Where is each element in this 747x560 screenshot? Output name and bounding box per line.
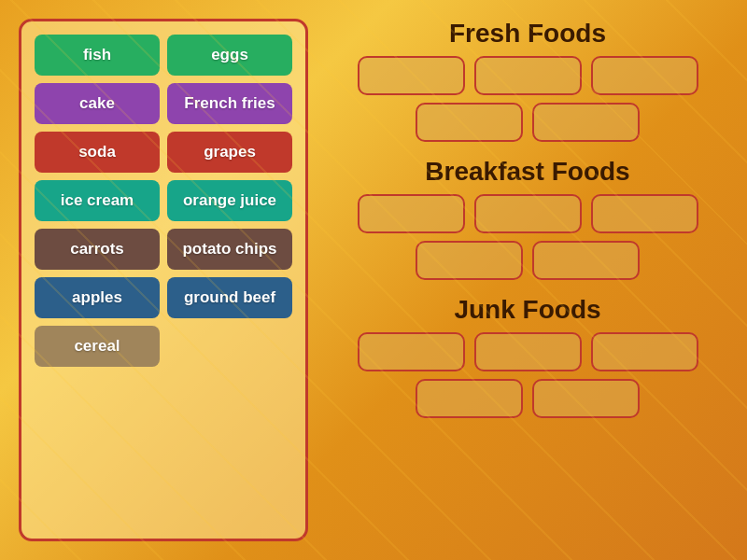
drop-box-fresh-foods-1-0[interactable] — [416, 103, 523, 142]
drop-box-breakfast-foods-1-1[interactable] — [532, 241, 640, 280]
food-btn-ground-beef[interactable]: ground beef — [167, 277, 292, 318]
drop-row-junk-foods-0 — [327, 332, 728, 371]
drop-zone-group-breakfast-foods — [327, 194, 728, 280]
drop-box-junk-foods-0-0[interactable] — [358, 332, 465, 371]
drop-box-breakfast-foods-0-1[interactable] — [474, 194, 582, 233]
food-items-panel: fisheggscakeFrench friessodagrapesice cr… — [19, 19, 308, 541]
drop-box-breakfast-foods-0-2[interactable] — [591, 194, 698, 233]
section-junk-foods: Junk Foods — [327, 295, 728, 424]
drop-row-breakfast-foods-1 — [327, 241, 728, 280]
section-title-fresh-foods: Fresh Foods — [327, 19, 728, 49]
drop-zone-group-junk-foods — [327, 332, 728, 418]
drop-zones-panel: Fresh FoodsBreakfast FoodsJunk Foods — [327, 19, 728, 541]
drop-box-breakfast-foods-0-0[interactable] — [358, 194, 465, 233]
food-btn-apples[interactable]: apples — [35, 277, 160, 318]
food-btn-fish[interactable]: fish — [35, 35, 160, 76]
drop-row-fresh-foods-1 — [327, 103, 728, 142]
drop-box-fresh-foods-0-0[interactable] — [358, 56, 465, 95]
food-btn-eggs[interactable]: eggs — [167, 35, 292, 76]
drop-box-fresh-foods-0-2[interactable] — [591, 56, 698, 95]
drop-box-junk-foods-1-0[interactable] — [416, 379, 523, 418]
food-btn-soda[interactable]: soda — [35, 132, 160, 173]
food-btn-potato-chips[interactable]: potato chips — [167, 229, 292, 270]
drop-box-fresh-foods-1-1[interactable] — [532, 103, 640, 142]
main-container: fisheggscakeFrench friessodagrapesice cr… — [0, 0, 747, 560]
drop-row-fresh-foods-0 — [327, 56, 728, 95]
section-fresh-foods: Fresh Foods — [327, 19, 728, 147]
section-title-breakfast-foods: Breakfast Foods — [327, 157, 728, 187]
drop-box-junk-foods-1-1[interactable] — [532, 379, 640, 418]
food-btn-orange-juice[interactable]: orange juice — [167, 180, 292, 221]
drop-row-breakfast-foods-0 — [327, 194, 728, 233]
drop-box-junk-foods-0-2[interactable] — [591, 332, 698, 371]
section-title-junk-foods: Junk Foods — [327, 295, 728, 325]
food-btn-cereal[interactable]: cereal — [35, 326, 160, 367]
drop-zone-group-fresh-foods — [327, 56, 728, 142]
food-btn-carrots[interactable]: carrots — [35, 229, 160, 270]
food-btn-grapes[interactable]: grapes — [167, 132, 292, 173]
food-btn-ice-cream[interactable]: ice cream — [35, 180, 160, 221]
drop-box-fresh-foods-0-1[interactable] — [474, 56, 582, 95]
drop-box-junk-foods-0-1[interactable] — [474, 332, 582, 371]
section-breakfast-foods: Breakfast Foods — [327, 157, 728, 286]
drop-row-junk-foods-1 — [327, 379, 728, 418]
food-btn-cake[interactable]: cake — [35, 83, 160, 124]
food-btn-french-fries[interactable]: French fries — [167, 83, 292, 124]
drop-box-breakfast-foods-1-0[interactable] — [416, 241, 523, 280]
